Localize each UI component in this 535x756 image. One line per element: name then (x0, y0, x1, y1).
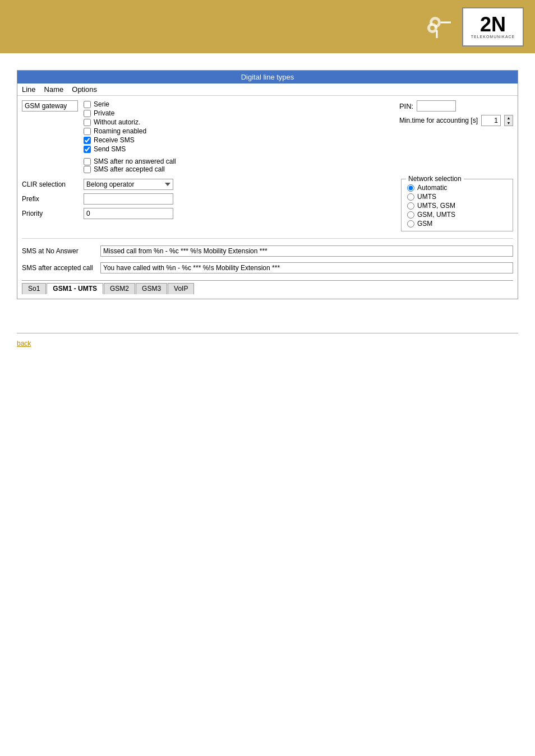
row-top: Serie Private Without autoriz. Roaming e… (22, 100, 513, 173)
spinner-down-button[interactable]: ▼ (505, 120, 513, 126)
tab-so1[interactable]: So1 (22, 283, 46, 294)
pin-label: PIN: (399, 102, 413, 110)
radio-umts-gsm-input[interactable] (407, 202, 414, 210)
page-bottom: back (0, 322, 535, 359)
checkbox-receive-sms-label: Receive SMS (94, 136, 135, 144)
main-content: Digital line types Line Name Options Ser… (0, 53, 535, 310)
header-logo-area: 2N TELEKOMUNIKACE (423, 7, 524, 47)
radio-gsm-label: GSM (417, 220, 432, 228)
checkbox-serie: Serie (84, 100, 394, 108)
bottom-separator (17, 333, 518, 333)
checkbox-sms-accepted: SMS after accepted call (84, 165, 394, 173)
checkbox-without-autoriz: Without autoriz. (84, 118, 394, 126)
checkbox-roaming-label: Roaming enabled (94, 127, 146, 135)
radio-umts-input[interactable] (407, 193, 414, 201)
checkbox-serie-input[interactable] (84, 101, 91, 108)
menu-options[interactable]: Options (72, 85, 97, 94)
checkbox-serie-label: Serie (94, 100, 109, 108)
network-group-title: Network selection (406, 175, 464, 183)
checkbox-sms-no-answer-label: SMS after no answered call (94, 157, 176, 165)
clir-control: Belong operator Presentation restricted … (84, 179, 173, 190)
checkbox-sms-no-answer: SMS after no answered call (84, 157, 394, 165)
middle-section: CLIR selection Belong operator Presentat… (22, 179, 513, 231)
menu-line[interactable]: Line (22, 85, 36, 94)
brand-name: 2N (480, 15, 506, 35)
prefix-control (84, 193, 173, 205)
radio-gsm-umts-label: GSM, UMTS (417, 211, 455, 219)
prefix-input[interactable] (84, 193, 173, 205)
header-icon (423, 10, 456, 44)
checkbox-private: Private (84, 109, 394, 117)
min-time-label: Min.time for accounting [s] (399, 117, 478, 124)
checkbox-sms-accepted-input[interactable] (84, 166, 91, 173)
checkbox-sms-accepted-label: SMS after accepted call (94, 165, 165, 173)
radio-gsm-umts: GSM, UMTS (407, 211, 507, 219)
radio-automatic-label: Automatic (417, 184, 447, 192)
clir-row: CLIR selection Belong operator Presentat… (22, 179, 395, 190)
sms-accepted-row: SMS after accepted call (22, 262, 513, 273)
radio-umts-gsm: UMTS, GSM (407, 202, 507, 210)
pin-col: PIN: Min.time for accounting [s] ▲ ▼ (399, 100, 513, 126)
priority-control (84, 208, 173, 219)
gsm-gateway-input[interactable] (22, 100, 78, 112)
checkbox-send-sms-label: Send SMS (94, 145, 126, 153)
radio-umts-gsm-label: UMTS, GSM (417, 202, 455, 210)
network-selection-group: Network selection Automatic UMTS UMTS, G… (401, 179, 513, 231)
min-time-row: Min.time for accounting [s] ▲ ▼ (399, 115, 513, 126)
pin-row: PIN: (399, 100, 513, 112)
clir-select[interactable]: Belong operator Presentation restricted … (84, 179, 173, 190)
checkbox-send-sms-input[interactable] (84, 146, 91, 153)
checkbox-sms-no-answer-input[interactable] (84, 158, 91, 165)
back-link[interactable]: back (17, 340, 31, 347)
checkbox-private-input[interactable] (84, 110, 91, 117)
checkboxes-col: Serie Private Without autoriz. Roaming e… (84, 100, 394, 173)
checkbox-receive-sms-input[interactable] (84, 137, 91, 144)
tab-gsm2[interactable]: GSM2 (104, 283, 135, 294)
radio-umts: UMTS (407, 193, 507, 201)
dialog-title: Digital line types (241, 73, 294, 81)
separator (22, 238, 513, 239)
checkbox-private-label: Private (94, 109, 114, 117)
checkbox-without-autoriz-input[interactable] (84, 119, 91, 126)
radio-gsm-input[interactable] (407, 220, 414, 228)
dialog-titlebar: Digital line types (17, 71, 518, 84)
radio-gsm: GSM (407, 220, 507, 228)
brand-subtitle: TELEKOMUNIKACE (471, 35, 515, 39)
dialog-menubar: Line Name Options (17, 84, 518, 96)
min-time-spinner: ▲ ▼ (504, 115, 513, 126)
brand-logo: 2N TELEKOMUNIKACE (462, 7, 524, 47)
tabs-bar: So1 GSM1 - UMTS GSM2 GSM3 VoIP (22, 280, 513, 294)
svg-point-4 (430, 26, 435, 30)
gsm-gateway-col (22, 100, 78, 112)
sms-no-answer-label: SMS at No Answer (22, 247, 95, 255)
tab-gsm1-umts[interactable]: GSM1 - UMTS (47, 283, 103, 294)
radio-umts-label: UMTS (417, 193, 436, 201)
checkbox-roaming: Roaming enabled (84, 127, 394, 135)
menu-name[interactable]: Name (44, 85, 64, 94)
sms-accepted-input[interactable] (100, 262, 513, 273)
spinner-up-button[interactable]: ▲ (505, 115, 513, 120)
tab-voip[interactable]: VoIP (168, 283, 194, 294)
sms-no-answer-input[interactable] (100, 245, 513, 257)
radio-gsm-umts-input[interactable] (407, 211, 414, 219)
checkbox-send-sms: Send SMS (84, 145, 394, 153)
tab-gsm3[interactable]: GSM3 (136, 283, 167, 294)
pin-input[interactable] (417, 100, 456, 112)
min-time-input[interactable] (481, 115, 501, 126)
prefix-row: Prefix (22, 193, 395, 205)
left-form: CLIR selection Belong operator Presentat… (22, 179, 395, 231)
header: 2N TELEKOMUNIKACE (0, 0, 535, 53)
prefix-label: Prefix (22, 195, 78, 203)
clir-label: CLIR selection (22, 180, 78, 188)
priority-row: Priority (22, 208, 395, 219)
dialog-body: Serie Private Without autoriz. Roaming e… (17, 96, 518, 299)
radio-automatic-input[interactable] (407, 184, 414, 192)
priority-input[interactable] (84, 208, 173, 219)
sms-no-answer-row: SMS at No Answer (22, 245, 513, 257)
priority-label: Priority (22, 210, 78, 217)
sms-accepted-label: SMS after accepted call (22, 264, 95, 272)
checkbox-receive-sms: Receive SMS (84, 136, 394, 144)
checkbox-roaming-input[interactable] (84, 128, 91, 135)
checkbox-without-autoriz-label: Without autoriz. (94, 118, 140, 126)
radio-automatic: Automatic (407, 184, 507, 192)
